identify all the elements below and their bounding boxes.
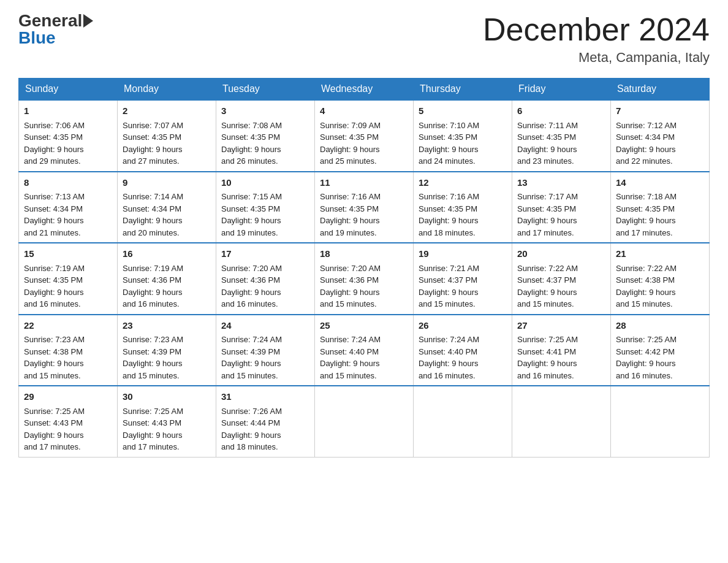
calendar-cell: 8Sunrise: 7:13 AMSunset: 4:34 PMDaylight… — [19, 172, 118, 243]
day-header-thursday: Thursday — [414, 79, 512, 101]
calendar-cell: 3Sunrise: 7:08 AMSunset: 4:35 PMDaylight… — [216, 100, 315, 172]
cell-info: Sunrise: 7:25 AMSunset: 4:43 PMDaylight:… — [123, 407, 183, 452]
day-number: 30 — [123, 390, 211, 404]
calendar-cell: 9Sunrise: 7:14 AMSunset: 4:34 PMDaylight… — [118, 172, 216, 243]
calendar-cell: 15Sunrise: 7:19 AMSunset: 4:35 PMDayligh… — [19, 243, 118, 315]
cell-info: Sunrise: 7:12 AMSunset: 4:34 PMDaylight:… — [616, 121, 677, 166]
day-number: 14 — [616, 176, 704, 190]
day-header-saturday: Saturday — [611, 79, 710, 101]
cell-info: Sunrise: 7:16 AMSunset: 4:35 PMDaylight:… — [419, 192, 479, 237]
day-number: 16 — [123, 247, 211, 261]
calendar-cell: 19Sunrise: 7:21 AMSunset: 4:37 PMDayligh… — [414, 243, 512, 315]
calendar-cell — [315, 386, 414, 457]
day-number: 1 — [24, 104, 112, 118]
calendar-cell: 25Sunrise: 7:24 AMSunset: 4:40 PMDayligh… — [315, 315, 414, 386]
day-number: 17 — [221, 247, 309, 261]
day-number: 18 — [320, 247, 408, 261]
calendar-cell: 26Sunrise: 7:24 AMSunset: 4:40 PMDayligh… — [414, 315, 512, 386]
calendar-cell: 18Sunrise: 7:20 AMSunset: 4:36 PMDayligh… — [315, 243, 414, 315]
cell-info: Sunrise: 7:17 AMSunset: 4:35 PMDaylight:… — [517, 192, 578, 237]
calendar-cell: 27Sunrise: 7:25 AMSunset: 4:41 PMDayligh… — [512, 315, 611, 386]
month-title: December 2024 — [483, 12, 710, 47]
day-number: 2 — [123, 104, 211, 118]
calendar-cell: 6Sunrise: 7:11 AMSunset: 4:35 PMDaylight… — [512, 100, 611, 172]
calendar-cell: 14Sunrise: 7:18 AMSunset: 4:35 PMDayligh… — [611, 172, 710, 243]
day-number: 3 — [221, 104, 309, 118]
cell-info: Sunrise: 7:13 AMSunset: 4:34 PMDaylight:… — [24, 192, 85, 237]
day-number: 20 — [517, 247, 605, 261]
cell-info: Sunrise: 7:21 AMSunset: 4:37 PMDaylight:… — [419, 264, 479, 309]
day-number: 24 — [221, 319, 309, 333]
calendar-cell: 31Sunrise: 7:26 AMSunset: 4:44 PMDayligh… — [216, 386, 315, 457]
day-header-wednesday: Wednesday — [315, 79, 414, 101]
cell-info: Sunrise: 7:11 AMSunset: 4:35 PMDaylight:… — [517, 121, 578, 166]
calendar-cell: 30Sunrise: 7:25 AMSunset: 4:43 PMDayligh… — [118, 386, 216, 457]
calendar-cell: 23Sunrise: 7:23 AMSunset: 4:39 PMDayligh… — [118, 315, 216, 386]
cell-info: Sunrise: 7:23 AMSunset: 4:38 PMDaylight:… — [24, 335, 85, 380]
day-header-friday: Friday — [512, 79, 611, 101]
calendar-cell: 21Sunrise: 7:22 AMSunset: 4:38 PMDayligh… — [611, 243, 710, 315]
location: Meta, Campania, Italy — [483, 50, 710, 66]
cell-info: Sunrise: 7:10 AMSunset: 4:35 PMDaylight:… — [419, 121, 479, 166]
calendar-table: SundayMondayTuesdayWednesdayThursdayFrid… — [18, 78, 710, 458]
cell-info: Sunrise: 7:07 AMSunset: 4:35 PMDaylight:… — [123, 121, 183, 166]
title-area: December 2024 Meta, Campania, Italy — [483, 12, 710, 66]
day-header-monday: Monday — [118, 79, 216, 101]
calendar-cell — [512, 386, 611, 457]
calendar-cell: 5Sunrise: 7:10 AMSunset: 4:35 PMDaylight… — [414, 100, 512, 172]
day-number: 12 — [419, 176, 507, 190]
day-number: 28 — [616, 319, 704, 333]
cell-info: Sunrise: 7:23 AMSunset: 4:39 PMDaylight:… — [123, 335, 183, 380]
cell-info: Sunrise: 7:06 AMSunset: 4:35 PMDaylight:… — [24, 121, 85, 166]
cell-info: Sunrise: 7:25 AMSunset: 4:43 PMDaylight:… — [24, 407, 85, 452]
calendar-cell — [414, 386, 512, 457]
day-number: 21 — [616, 247, 704, 261]
cell-info: Sunrise: 7:25 AMSunset: 4:42 PMDaylight:… — [616, 335, 677, 380]
calendar-week-1: 1Sunrise: 7:06 AMSunset: 4:35 PMDaylight… — [19, 100, 710, 172]
day-number: 19 — [419, 247, 507, 261]
day-number: 27 — [517, 319, 605, 333]
calendar-cell: 22Sunrise: 7:23 AMSunset: 4:38 PMDayligh… — [19, 315, 118, 386]
calendar-week-5: 29Sunrise: 7:25 AMSunset: 4:43 PMDayligh… — [19, 386, 710, 457]
calendar-week-2: 8Sunrise: 7:13 AMSunset: 4:34 PMDaylight… — [19, 172, 710, 243]
day-number: 11 — [320, 176, 408, 190]
calendar-cell: 17Sunrise: 7:20 AMSunset: 4:36 PMDayligh… — [216, 243, 315, 315]
cell-info: Sunrise: 7:22 AMSunset: 4:37 PMDaylight:… — [517, 264, 578, 309]
calendar-header-row: SundayMondayTuesdayWednesdayThursdayFrid… — [19, 79, 710, 101]
day-number: 6 — [517, 104, 605, 118]
cell-info: Sunrise: 7:18 AMSunset: 4:35 PMDaylight:… — [616, 192, 677, 237]
calendar-week-4: 22Sunrise: 7:23 AMSunset: 4:38 PMDayligh… — [19, 315, 710, 386]
calendar-cell: 4Sunrise: 7:09 AMSunset: 4:35 PMDaylight… — [315, 100, 414, 172]
calendar-cell: 12Sunrise: 7:16 AMSunset: 4:35 PMDayligh… — [414, 172, 512, 243]
cell-info: Sunrise: 7:24 AMSunset: 4:40 PMDaylight:… — [419, 335, 479, 380]
calendar-cell: 29Sunrise: 7:25 AMSunset: 4:43 PMDayligh… — [19, 386, 118, 457]
logo: General Blue — [18, 12, 93, 47]
day-number: 13 — [517, 176, 605, 190]
cell-info: Sunrise: 7:25 AMSunset: 4:41 PMDaylight:… — [517, 335, 578, 380]
calendar-cell: 16Sunrise: 7:19 AMSunset: 4:36 PMDayligh… — [118, 243, 216, 315]
calendar-cell: 20Sunrise: 7:22 AMSunset: 4:37 PMDayligh… — [512, 243, 611, 315]
cell-info: Sunrise: 7:09 AMSunset: 4:35 PMDaylight:… — [320, 121, 381, 166]
day-number: 26 — [419, 319, 507, 333]
calendar-cell: 11Sunrise: 7:16 AMSunset: 4:35 PMDayligh… — [315, 172, 414, 243]
cell-info: Sunrise: 7:08 AMSunset: 4:35 PMDaylight:… — [221, 121, 282, 166]
day-number: 15 — [24, 247, 112, 261]
day-number: 8 — [24, 176, 112, 190]
calendar-cell: 13Sunrise: 7:17 AMSunset: 4:35 PMDayligh… — [512, 172, 611, 243]
day-number: 10 — [221, 176, 309, 190]
calendar-cell: 7Sunrise: 7:12 AMSunset: 4:34 PMDaylight… — [611, 100, 710, 172]
day-number: 4 — [320, 104, 408, 118]
calendar-cell: 28Sunrise: 7:25 AMSunset: 4:42 PMDayligh… — [611, 315, 710, 386]
cell-info: Sunrise: 7:22 AMSunset: 4:38 PMDaylight:… — [616, 264, 677, 309]
day-number: 5 — [419, 104, 507, 118]
logo-blue-text: Blue — [18, 29, 56, 47]
cell-info: Sunrise: 7:26 AMSunset: 4:44 PMDaylight:… — [221, 407, 282, 452]
cell-info: Sunrise: 7:24 AMSunset: 4:39 PMDaylight:… — [221, 335, 282, 380]
calendar-cell: 10Sunrise: 7:15 AMSunset: 4:35 PMDayligh… — [216, 172, 315, 243]
calendar-cell: 1Sunrise: 7:06 AMSunset: 4:35 PMDaylight… — [19, 100, 118, 172]
cell-info: Sunrise: 7:20 AMSunset: 4:36 PMDaylight:… — [320, 264, 381, 309]
day-number: 25 — [320, 319, 408, 333]
day-number: 31 — [221, 390, 309, 404]
header: General Blue December 2024 Meta, Campani… — [18, 12, 710, 66]
cell-info: Sunrise: 7:14 AMSunset: 4:34 PMDaylight:… — [123, 192, 183, 237]
